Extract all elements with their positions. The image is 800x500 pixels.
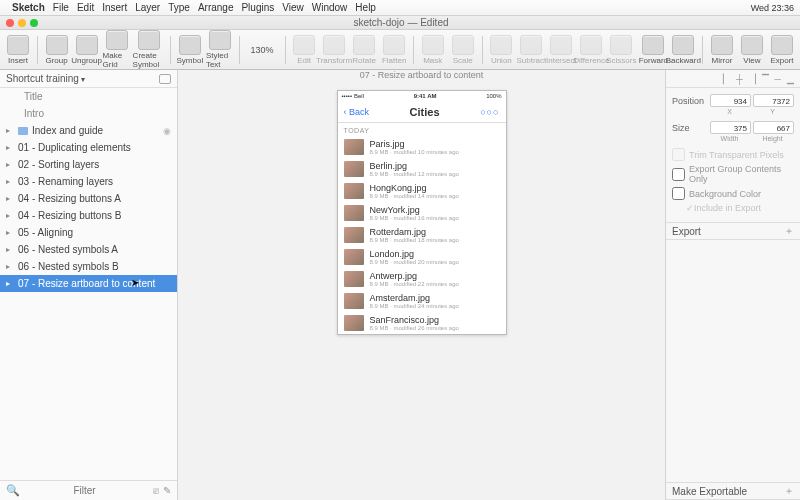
align-left-icon[interactable]: ▏ xyxy=(723,74,730,84)
tool-symbol[interactable]: Symbol xyxy=(176,35,204,65)
layer-artboard[interactable]: ▸05 - Aligning xyxy=(0,224,177,241)
file-row: London.jpg8.9 MB · modified 20 minutes a… xyxy=(338,246,506,268)
minimize-window-button[interactable] xyxy=(18,19,26,27)
align-middle-icon[interactable]: ─ xyxy=(775,74,781,84)
layer-artboard[interactable]: ▸06 - Nested symbols B xyxy=(0,258,177,275)
add-export-icon[interactable]: ＋ xyxy=(784,224,794,238)
layer-artboard[interactable]: ▸01 - Duplicating elements xyxy=(0,139,177,156)
visibility-icon[interactable]: ◉ xyxy=(163,126,171,136)
layer-artboard[interactable]: ▸04 - Resizing buttons B xyxy=(0,207,177,224)
file-name: Paris.jpg xyxy=(370,139,459,149)
height-field[interactable]: 667 xyxy=(753,121,794,134)
forward-icon xyxy=(642,35,664,55)
inspector-panel: ▏ ┼ ▕ ▔ ─ ▁ Position 934 7372 XY Size 37… xyxy=(665,70,800,500)
align-bottom-icon[interactable]: ▁ xyxy=(787,74,794,84)
artboard-label[interactable]: 07 - Resize artboard to content xyxy=(360,70,484,80)
tool-flatten: Flatten xyxy=(380,35,408,65)
file-row: Berlin.jpg8.9 MB · modified 12 minutes a… xyxy=(338,158,506,180)
app-menu[interactable]: Sketch xyxy=(12,2,45,13)
layer-text[interactable]: Title xyxy=(0,88,177,105)
difference-icon xyxy=(580,35,602,55)
tool-make-grid[interactable]: Make Grid xyxy=(103,30,131,69)
add-exportable-icon[interactable]: ＋ xyxy=(784,484,794,498)
export-section[interactable]: Export＋ xyxy=(666,222,800,240)
tool-styled-text[interactable]: Styled Text xyxy=(206,30,234,69)
filter-options-icon[interactable]: ⎚ xyxy=(153,485,159,496)
menu-file[interactable]: File xyxy=(53,2,69,13)
size-label: Size xyxy=(672,123,708,133)
menu-view[interactable]: View xyxy=(282,2,304,13)
file-name: Amsterdam.jpg xyxy=(370,293,459,303)
folder-icon xyxy=(18,127,28,135)
align-top-icon[interactable]: ▔ xyxy=(762,74,769,84)
layer-text[interactable]: Intro xyxy=(0,105,177,122)
layer-artboard[interactable]: ▸06 - Nested symbols A xyxy=(0,241,177,258)
zoom-level[interactable]: 130% xyxy=(244,45,279,55)
clock: Wed 23:36 xyxy=(751,3,794,13)
layer-artboard-selected[interactable]: ▸07 - Resize artboard to content➤ xyxy=(0,275,177,292)
group-icon xyxy=(46,35,68,55)
layer-folder[interactable]: ▸Index and guide◉ xyxy=(0,122,177,139)
tool-create-symbol[interactable]: Create Symbol xyxy=(133,30,166,69)
menu-type[interactable]: Type xyxy=(168,2,190,13)
file-row: NewYork.jpg8.9 MB · modified 16 minutes … xyxy=(338,202,506,224)
layer-artboard[interactable]: ▸02 - Sorting layers xyxy=(0,156,177,173)
trim-checkbox: Trim Transparent Pixels xyxy=(672,148,794,161)
include-export-checkbox: ✓ Include in Export xyxy=(672,203,794,213)
tool-group[interactable]: Group xyxy=(43,35,71,65)
filter-settings-icon[interactable]: ✎ xyxy=(163,485,171,496)
toolbar: Insert Group Ungroup Make Grid Create Sy… xyxy=(0,30,800,70)
artboard[interactable]: ••••• Bell 9:41 AM 100% ‹ Back Cities ○○… xyxy=(337,90,507,335)
mirror-icon xyxy=(711,35,733,55)
thumbnail xyxy=(344,249,364,265)
export-group-checkbox[interactable]: Export Group Contents Only xyxy=(672,164,794,184)
tool-scissors: Scissors xyxy=(607,35,635,65)
align-center-icon[interactable]: ┼ xyxy=(736,74,742,84)
filter-input[interactable] xyxy=(20,485,149,496)
tool-view[interactable]: View xyxy=(738,35,766,65)
tool-forward[interactable]: Forward xyxy=(639,35,667,65)
menu-arrange[interactable]: Arrange xyxy=(198,2,234,13)
page-selector[interactable]: Shortcut training xyxy=(0,70,177,88)
file-meta: 8.9 MB · modified 20 minutes ago xyxy=(370,259,459,265)
layer-filter: 🔍 ⎚ ✎ xyxy=(0,480,177,500)
thumbnail xyxy=(344,315,364,331)
file-meta: 8.9 MB · modified 14 minutes ago xyxy=(370,193,459,199)
layer-artboard[interactable]: ▸03 - Renaming layers xyxy=(0,173,177,190)
menu-layer[interactable]: Layer xyxy=(135,2,160,13)
tool-backward[interactable]: Backward xyxy=(669,35,697,65)
position-x-field[interactable]: 934 xyxy=(710,94,751,107)
align-right-icon[interactable]: ▕ xyxy=(749,74,756,84)
layers-panel: Shortcut training Title Intro ▸Index and… xyxy=(0,70,178,500)
window-titlebar: sketch-dojo — Edited xyxy=(0,16,800,30)
tool-ungroup[interactable]: Ungroup xyxy=(73,35,101,65)
file-row: Amsterdam.jpg8.9 MB · modified 24 minute… xyxy=(338,290,506,312)
nav-title: Cities xyxy=(369,106,480,118)
position-y-field[interactable]: 7372 xyxy=(753,94,794,107)
signal-icon: ••••• xyxy=(342,93,353,99)
macos-menubar: Sketch File Edit Insert Layer Type Arran… xyxy=(0,0,800,16)
width-field[interactable]: 375 xyxy=(710,121,751,134)
thumbnail xyxy=(344,205,364,221)
menu-help[interactable]: Help xyxy=(355,2,376,13)
fullscreen-window-button[interactable] xyxy=(30,19,38,27)
menu-window[interactable]: Window xyxy=(312,2,348,13)
insert-icon xyxy=(7,35,29,55)
layer-artboard[interactable]: ▸04 - Resizing buttons A xyxy=(0,190,177,207)
menu-insert[interactable]: Insert xyxy=(102,2,127,13)
tool-export[interactable]: Export xyxy=(768,35,796,65)
make-exportable[interactable]: Make Exportable＋ xyxy=(666,482,800,500)
grid-icon xyxy=(106,30,128,50)
tool-insert[interactable]: Insert xyxy=(4,35,32,65)
file-name: NewYork.jpg xyxy=(370,205,459,215)
backward-icon xyxy=(672,35,694,55)
background-color-checkbox[interactable]: Background Color xyxy=(672,187,794,200)
close-window-button[interactable] xyxy=(6,19,14,27)
mask-icon xyxy=(422,35,444,55)
canvas[interactable]: 07 - Resize artboard to content ••••• Be… xyxy=(178,70,665,500)
menu-edit[interactable]: Edit xyxy=(77,2,94,13)
tool-mirror[interactable]: Mirror xyxy=(708,35,736,65)
menu-plugins[interactable]: Plugins xyxy=(241,2,274,13)
page-list-icon[interactable] xyxy=(159,74,171,84)
scale-icon xyxy=(452,35,474,55)
